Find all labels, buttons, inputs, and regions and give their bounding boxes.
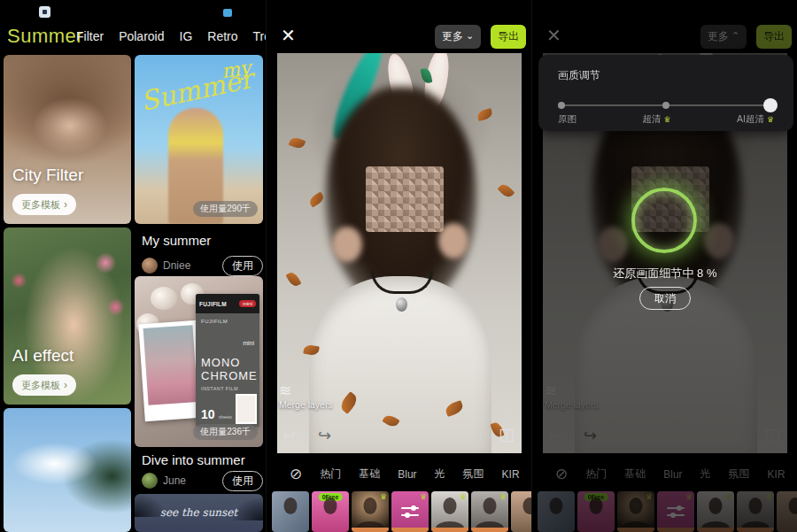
more-button-expanded[interactable]: 更多 ⌃ [700, 25, 747, 49]
filter-thumbnail[interactable] [511, 491, 531, 532]
thumb-label-bar [391, 528, 429, 532]
filter-tab-blur[interactable]: Blur [663, 468, 682, 481]
filter-tab-hot[interactable]: 热门 [320, 466, 341, 482]
tab-polaroid[interactable]: Polaroid [119, 29, 164, 43]
filter-tab-mood[interactable]: 氛围 [729, 466, 750, 482]
merge-layers-control[interactable]: ≋ Merge layers [279, 384, 333, 410]
sliders-icon [401, 505, 419, 518]
filter-tab-blur[interactable]: Blur [398, 468, 416, 481]
filter-thumbnail[interactable]: 0Free [312, 491, 349, 532]
mini-label: mini [243, 340, 254, 346]
filter-tab-mood[interactable]: 氛围 [463, 466, 484, 482]
filter-thumbnail[interactable]: 0Free [577, 491, 615, 532]
filter-tab-light[interactable]: 光 [700, 466, 711, 482]
thumb-label-bar [617, 528, 654, 532]
filter-thumbnail[interactable]: ♛ [617, 491, 654, 532]
filter-thumbnail[interactable] [777, 491, 797, 532]
no-filter-icon[interactable]: ⊘ [555, 465, 568, 483]
filter-tab-bar: ⊘ 热门 基础 Blur 光 氛围 KIR 高级编辑 [532, 459, 797, 490]
redo-button[interactable]: ↪ [584, 426, 597, 445]
tab-filter[interactable]: Filter [76, 29, 104, 43]
tab-ig[interactable]: IG [180, 29, 193, 43]
slider-stop-original[interactable] [558, 102, 565, 109]
merge-layers-label: Merge layers [279, 399, 333, 410]
template-card-my-summer-image[interactable]: my Summer 使用量290千 [135, 55, 263, 224]
film-title-line2: CHROME [201, 369, 258, 382]
filter-thumbnail-adjust[interactable]: ♛ [657, 491, 694, 532]
more-templates-button[interactable]: 更多模板 › [12, 194, 76, 215]
filter-tab-basic[interactable]: 基础 [624, 466, 646, 482]
quality-adjust-panel: 画质调节 原图 超清 ♛ AI超清 ♛ [538, 55, 793, 131]
photo-hand [438, 223, 468, 258]
crown-icon: ♛ [765, 492, 772, 501]
thumb-figure [550, 497, 563, 514]
filter-thumbnail-adjust[interactable]: ♛ [391, 491, 429, 532]
quality-level-hd[interactable]: 超清 ♛ [642, 113, 670, 126]
photo-hand [598, 227, 628, 262]
template-card-dive-into-summer-image[interactable]: FUJIFILM mini FUJIFILM mini MONO CHROME … [135, 276, 263, 447]
template-card-ai-effect[interactable]: AI effect 更多模板 › [4, 227, 131, 405]
avatar [142, 473, 158, 489]
thumb-figure [523, 497, 532, 514]
editor-topbar: ✕ 更多 ⌄ 导出 [267, 0, 531, 53]
card-title: Dive into summer [142, 452, 245, 467]
filter-tab-hot[interactable]: 热门 [585, 466, 607, 482]
falling-leaf [498, 182, 515, 200]
template-card-sunset[interactable]: see the sunset [135, 494, 263, 532]
crown-icon: ♛ [663, 115, 670, 124]
quality-slider[interactable] [558, 99, 774, 112]
more-button[interactable]: 更多 ⌄ [435, 25, 481, 49]
crown-icon: ♛ [646, 492, 653, 501]
card-title: AI effect [12, 346, 74, 366]
filter-thumbnail-strip: 0Free ♛ ♛ ♛ ♛ [267, 490, 531, 532]
thumb-label-bar [697, 528, 734, 532]
author-name: June [163, 474, 217, 487]
merge-layers-control[interactable]: ≋ Merge layers [545, 384, 599, 410]
usage-count-badge: 使用量290千 [193, 201, 258, 217]
redo-button[interactable]: ↪ [318, 426, 331, 445]
filter-tab-bar: ⊘ 热门 基础 Blur 光 氛围 KIR 高级编辑 [267, 459, 531, 490]
thumb-figure [484, 497, 497, 514]
filter-tab-light[interactable]: 光 [435, 466, 445, 482]
compare-button[interactable]: ◫ [499, 424, 515, 444]
close-icon[interactable]: ✕ [546, 25, 561, 46]
redo-icon: ↪ [584, 427, 597, 444]
brand-label: FUJIFILM [201, 319, 228, 324]
quality-level-original[interactable]: 原图 [558, 113, 576, 126]
filter-thumbnail[interactable] [272, 491, 309, 532]
quality-level-ai-hd[interactable]: AI超清 ♛ [737, 113, 774, 126]
template-card-palm[interactable] [4, 408, 131, 532]
undo-button[interactable]: ↩ [548, 426, 561, 445]
crown-icon: ♛ [420, 492, 427, 501]
author-name: Dniee [163, 259, 217, 272]
close-icon[interactable]: ✕ [281, 25, 296, 46]
layers-icon: ≋ [279, 384, 333, 398]
use-template-button[interactable]: 使用 [222, 256, 263, 276]
filter-thumbnail-strip: 0Free ♛ ♛ ♛ [532, 490, 797, 532]
template-card-city-filter[interactable]: City Filter 更多模板 › [4, 55, 131, 224]
export-button[interactable]: 导出 [756, 25, 792, 49]
filter-thumbnail[interactable]: ♛ [471, 491, 508, 532]
filter-thumbnail[interactable]: ♛ [352, 491, 389, 532]
chevron-up-icon: ⌃ [731, 30, 739, 42]
cancel-button[interactable]: 取消 [639, 287, 691, 310]
use-template-button[interactable]: 使用 [222, 471, 263, 491]
filter-tab-basic[interactable]: 基础 [359, 466, 380, 482]
tab-trending[interactable]: Trending [253, 29, 266, 43]
filter-thumbnail[interactable] [538, 491, 575, 532]
editor-panel-modal-state: ✕ 更多 ⌃ 导出 ≋ Merge layers [531, 0, 797, 532]
film-subtitle: INSTANT FILM [201, 386, 238, 391]
tab-retro[interactable]: Retro [207, 29, 237, 43]
no-filter-icon[interactable]: ⊘ [290, 465, 302, 483]
slider-stop-hd[interactable] [662, 102, 669, 109]
filter-thumbnail[interactable]: ♛ [697, 491, 734, 532]
more-templates-button[interactable]: 更多模板 › [12, 374, 76, 396]
export-button[interactable]: 导出 [491, 25, 526, 49]
filter-tab-kir[interactable]: KIR [502, 468, 520, 481]
filter-thumbnail[interactable]: ♛ [431, 491, 468, 532]
filter-thumbnail[interactable]: ♛ [737, 491, 774, 532]
compare-button[interactable]: ◫ [764, 424, 780, 444]
filter-tab-kir[interactable]: KIR [768, 468, 785, 481]
slider-handle[interactable] [763, 98, 778, 112]
undo-button[interactable]: ↩ [282, 426, 296, 445]
